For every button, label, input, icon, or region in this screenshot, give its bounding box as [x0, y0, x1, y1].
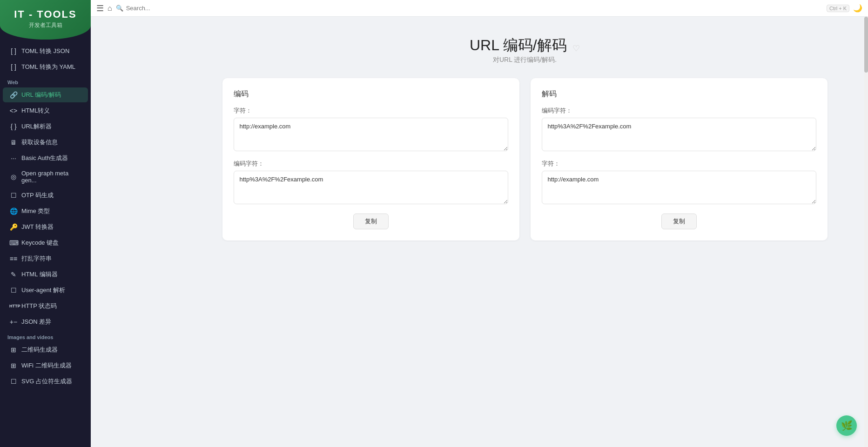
sidebar-item-basic-auth[interactable]: ··· Basic Auth生成器 — [3, 151, 88, 166]
dark-mode-button[interactable]: 🌙 — [853, 4, 862, 13]
sidebar-section-web: Web — [0, 75, 91, 87]
sidebar-label-url-parser: URL解析器 — [21, 122, 52, 131]
sidebar-item-mime[interactable]: 🌐 Mime 类型 — [3, 204, 88, 219]
app-title: IT - TOOLS — [7, 8, 83, 20]
sidebar-label-device-info: 获取设备信息 — [21, 138, 58, 147]
decode-result-group: 字符： http://example.com — [542, 160, 816, 206]
sidebar-item-json-diff[interactable]: +− JSON 差异 — [3, 314, 88, 329]
page-subtitle: 对URL 进行编码/解码. — [191, 56, 859, 64]
sidebar-item-url-encode[interactable]: 🔗 URL 编码/解码 — [3, 87, 88, 102]
user-agent-icon: ☐ — [9, 287, 18, 294]
sidebar-item-html-escape[interactable]: <> HTML转义 — [3, 103, 88, 118]
basic-auth-icon: ··· — [9, 154, 18, 162]
sidebar-section-images: Images and videos — [0, 330, 91, 342]
decode-card: 解码 编码字符： http%3A%2F%2Fexample.com 字符： ht… — [531, 78, 828, 240]
sidebar-label-open-graph: Open graph meta gen... — [21, 170, 81, 184]
sidebar-item-toml-yaml[interactable]: [ ] TOML 转换为 YAML — [3, 60, 88, 74]
topbar: ☰ ⌂ 🔍 Ctrl + K 🌙 — [91, 0, 868, 17]
decode-result-label: 字符： — [542, 160, 816, 168]
sidebar-label-user-agent: User-agent 解析 — [21, 286, 65, 294]
favorite-icon[interactable]: ♡ — [572, 44, 580, 53]
keycode-icon: ⌨ — [9, 239, 18, 247]
fab-button[interactable]: 🌿 — [836, 415, 857, 436]
jwt-icon: 🔑 — [9, 223, 18, 231]
toml-yaml-icon: [ ] — [9, 63, 18, 71]
page-title: URL 编码/解码 — [470, 37, 567, 53]
sidebar-label-basic-auth: Basic Auth生成器 — [21, 154, 68, 162]
sidebar-item-shuffle[interactable]: ≡≡ 打乱字符串 — [3, 251, 88, 266]
encode-char-group: 字符： http://example.com — [234, 107, 508, 153]
url-parser-icon: { } — [9, 123, 18, 130]
sidebar-label-jwt: JWT 转换器 — [21, 223, 54, 231]
encode-copy-button[interactable]: 复制 — [353, 213, 389, 229]
sidebar-label-shuffle: 打乱字符串 — [21, 254, 52, 263]
decode-encoded-group: 编码字符： http%3A%2F%2Fexample.com — [542, 107, 816, 153]
encode-result-label: 编码字符： — [234, 160, 508, 168]
search-box: 🔍 Ctrl + K — [116, 5, 849, 12]
sidebar-label-json-diff: JSON 差异 — [21, 318, 51, 326]
sidebar-label-otp: OTP 码生成 — [21, 191, 54, 200]
html-escape-icon: <> — [9, 107, 18, 114]
wifi-qr-icon: ⊞ — [9, 362, 18, 369]
url-encode-icon: 🔗 — [9, 91, 18, 99]
toml-json-icon: [ ] — [9, 47, 18, 55]
sidebar-item-otp[interactable]: ☐ OTP 码生成 — [3, 188, 88, 203]
sidebar-item-keycode[interactable]: ⌨ Keycode 键盘 — [3, 235, 88, 250]
main-content: URL 编码/解码 ♡ 对URL 进行编码/解码. 编码 字符： http://… — [182, 17, 868, 447]
sidebar-label-wifi-qr: WiFi 二维码生成器 — [21, 361, 72, 370]
html-editor-icon: ✎ — [9, 271, 18, 278]
decode-result-input[interactable]: http://example.com — [542, 171, 816, 204]
sidebar-item-toml-json[interactable]: [ ] TOML 转换 JSON — [3, 44, 88, 59]
sidebar-item-qr[interactable]: ⊞ 二维码生成器 — [3, 342, 88, 357]
sidebar-item-device-info[interactable]: 🖥 获取设备信息 — [3, 135, 88, 150]
http-status-icon: HTTP — [9, 304, 18, 308]
scroll-thumb[interactable] — [864, 17, 868, 73]
mime-icon: 🌐 — [9, 207, 18, 215]
svg-placeholder-icon: ☐ — [9, 378, 18, 385]
decode-encoded-label: 编码字符： — [542, 107, 816, 115]
sidebar-item-http-status[interactable]: HTTP HTTP 状态码 — [3, 299, 88, 314]
sidebar-logo: IT - TOOLS 开发者工具箱 — [0, 0, 91, 40]
encode-char-input[interactable]: http://example.com — [234, 118, 508, 151]
sidebar-label-html-escape: HTML转义 — [21, 107, 50, 115]
sidebar-label-http-status: HTTP 状态码 — [21, 302, 57, 310]
menu-icon[interactable]: ☰ — [96, 3, 104, 13]
json-diff-icon: +− — [9, 318, 18, 326]
shuffle-icon: ≡≡ — [9, 255, 18, 262]
device-info-icon: 🖥 — [9, 139, 18, 146]
home-icon[interactable]: ⌂ — [108, 4, 112, 13]
sidebar-label-mime: Mime 类型 — [21, 207, 50, 215]
sidebar-item-html-editor[interactable]: ✎ HTML 编辑器 — [3, 267, 88, 282]
qr-icon: ⊞ — [9, 346, 18, 354]
sidebar-item-user-agent[interactable]: ☐ User-agent 解析 — [3, 283, 88, 298]
decode-card-title: 解码 — [542, 89, 816, 99]
scroll-track — [864, 17, 868, 447]
sidebar-label-toml-json: TOML 转换 JSON — [21, 47, 69, 55]
sidebar-item-jwt[interactable]: 🔑 JWT 转换器 — [3, 220, 88, 234]
encode-card: 编码 字符： http://example.com 编码字符： http%3A%… — [222, 78, 519, 240]
encode-card-title: 编码 — [234, 89, 508, 99]
sidebar: IT - TOOLS 开发者工具箱 [ ] TOML 转换 JSON [ ] T… — [0, 0, 91, 447]
page-title-row: URL 编码/解码 ♡ — [191, 35, 859, 56]
sidebar-item-url-parser[interactable]: { } URL解析器 — [3, 119, 88, 134]
sidebar-label-qr: 二维码生成器 — [21, 346, 58, 354]
decode-copy-button[interactable]: 复制 — [661, 213, 697, 229]
decode-encoded-input[interactable]: http%3A%2F%2Fexample.com — [542, 118, 816, 151]
search-input[interactable] — [126, 5, 824, 12]
sidebar-item-svg-placeholder[interactable]: ☐ SVG 占位符生成器 — [3, 374, 88, 389]
sidebar-label-url-encode: URL 编码/解码 — [21, 91, 61, 99]
search-icon: 🔍 — [116, 5, 123, 12]
encode-char-label: 字符： — [234, 107, 508, 115]
sidebar-label-keycode: Keycode 键盘 — [21, 239, 59, 247]
app-subtitle: 开发者工具箱 — [7, 21, 83, 29]
sidebar-item-open-graph[interactable]: ◎ Open graph meta gen... — [3, 167, 88, 187]
page-header: URL 编码/解码 ♡ 对URL 进行编码/解码. — [191, 35, 859, 64]
encode-result-group: 编码字符： http%3A%2F%2Fexample.com — [234, 160, 508, 206]
open-graph-icon: ◎ — [9, 173, 18, 180]
sidebar-item-wifi-qr[interactable]: ⊞ WiFi 二维码生成器 — [3, 358, 88, 373]
encode-result-input[interactable]: http%3A%2F%2Fexample.com — [234, 171, 508, 204]
sidebar-label-toml-yaml: TOML 转换为 YAML — [21, 63, 75, 71]
sidebar-label-html-editor: HTML 编辑器 — [21, 270, 58, 279]
search-shortcut: Ctrl + K — [827, 5, 849, 12]
sidebar-label-svg-placeholder: SVG 占位符生成器 — [21, 377, 72, 386]
